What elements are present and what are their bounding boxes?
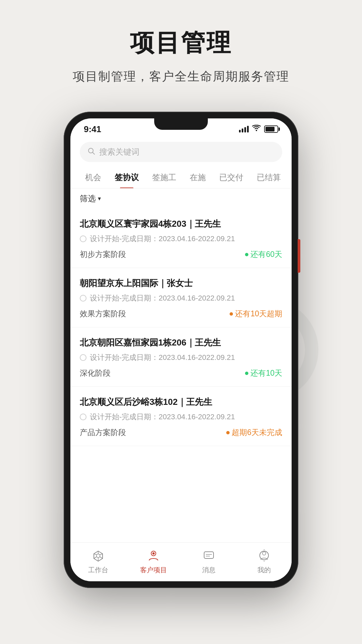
- nav-workbench[interactable]: 工作台: [70, 548, 126, 575]
- search-bar[interactable]: 搜索关键词: [80, 142, 282, 162]
- countdown-dot-2: [230, 312, 233, 316]
- project-status-row-4: 产品方案阶段 超期6天未完成: [80, 427, 282, 438]
- project-countdown-2: 还有10天超期: [230, 309, 282, 319]
- project-countdown-4: 超期6天未完成: [226, 427, 282, 438]
- svg-line-2: [93, 153, 95, 155]
- project-date-4: 设计开始-完成日期：2023.04.16-2022.09.21: [90, 412, 235, 422]
- filter-row[interactable]: 筛选 ▾: [70, 189, 292, 209]
- phone-mockup: 9:41: [64, 112, 298, 588]
- project-stage-3: 深化阶段: [80, 368, 111, 378]
- date-circle-icon-2: [80, 295, 86, 302]
- project-title-3: 北京朝阳区嘉恒家园1栋206｜王先生: [80, 337, 282, 348]
- status-bar: 9:41: [70, 118, 292, 137]
- workbench-icon: [91, 548, 106, 563]
- countdown-dot-3: [245, 372, 248, 375]
- svg-point-15: [262, 552, 266, 555]
- project-date-row-1: 设计开始-完成日期：2023.04.16-2022.09.21: [80, 234, 282, 244]
- nav-mine-label: 我的: [257, 566, 271, 575]
- signal-bar-4: [247, 126, 249, 132]
- project-title-1: 北京顺义区寰宇家园4栋203｜王先生: [80, 218, 282, 230]
- message-icon: [201, 548, 216, 563]
- page-subtitle: 项目制管理，客户全生命周期服务管理: [73, 68, 289, 85]
- filter-arrow-icon: ▾: [98, 195, 101, 202]
- nav-message[interactable]: 消息: [181, 548, 236, 575]
- signal-icon: [239, 126, 249, 132]
- project-card-3[interactable]: 北京朝阳区嘉恒家园1栋206｜王先生 设计开始-完成日期：2023.04.16-…: [70, 327, 292, 387]
- battery-icon: [264, 125, 278, 133]
- filter-label: 筛选: [80, 193, 96, 204]
- countdown-dot-1: [245, 253, 248, 256]
- tab-in-progress[interactable]: 在施: [183, 167, 213, 188]
- project-list: 北京顺义区寰宇家园4栋203｜王先生 设计开始-完成日期：2023.04.16-…: [70, 209, 292, 542]
- project-countdown-3: 还有10天: [245, 368, 282, 378]
- tabs-bar: 机会 签协议 签施工 在施 已交付 已结算: [70, 167, 292, 189]
- project-card-4[interactable]: 北京顺义区后沙峪3栋102｜王先生 设计开始-完成日期：2023.04.16-2…: [70, 387, 292, 446]
- svg-line-6: [100, 557, 103, 558]
- status-time: 9:41: [84, 124, 101, 135]
- project-status-row-3: 深化阶段 还有10天: [80, 368, 282, 378]
- svg-point-0: [256, 130, 257, 131]
- date-circle-icon-1: [80, 235, 86, 242]
- tab-opportunity[interactable]: 机会: [78, 167, 108, 188]
- date-circle-icon-4: [80, 414, 86, 420]
- page-header: 项目管理 项目制管理，客户全生命周期服务管理: [73, 27, 289, 85]
- project-card-2[interactable]: 朝阳望京东上阳国际｜张女士 设计开始-完成日期：2023.04.16-2022.…: [70, 268, 292, 327]
- project-stage-2: 效果方案阶段: [80, 309, 126, 319]
- project-countdown-1: 还有60天: [245, 249, 282, 260]
- project-title-4: 北京顺义区后沙峪3栋102｜王先生: [80, 396, 282, 408]
- project-date-1: 设计开始-完成日期：2023.04.16-2022.09.21: [90, 234, 235, 244]
- mine-icon: [257, 548, 272, 563]
- project-stage-4: 产品方案阶段: [80, 427, 126, 438]
- project-date-row-2: 设计开始-完成日期：2023.04.16-2022.09.21: [80, 293, 282, 303]
- status-icons: [239, 125, 278, 133]
- svg-line-7: [100, 554, 103, 555]
- battery-fill: [265, 127, 275, 131]
- signal-bar-3: [244, 127, 246, 132]
- svg-point-14: [260, 551, 268, 560]
- project-stage-1: 初步方案阶段: [80, 249, 126, 260]
- nav-mine[interactable]: 我的: [236, 548, 292, 575]
- countdown-dot-4: [226, 431, 230, 434]
- signal-bar-2: [242, 128, 243, 132]
- tab-sign-agreement[interactable]: 签协议: [108, 167, 145, 188]
- svg-rect-11: [204, 552, 214, 558]
- nav-client-project-label: 客户项目: [140, 566, 167, 575]
- phone-frame: 9:41: [64, 112, 298, 588]
- phone-screen: 9:41: [70, 118, 292, 581]
- nav-workbench-label: 工作台: [88, 566, 108, 575]
- bottom-nav: 工作台 客户项目: [70, 542, 292, 581]
- tab-settled[interactable]: 已结算: [250, 167, 288, 188]
- nav-client-project[interactable]: 客户项目: [126, 548, 181, 575]
- project-status-row-1: 初步方案阶段 还有60天: [80, 249, 282, 260]
- page-title: 项目管理: [73, 27, 289, 59]
- search-placeholder: 搜索关键词: [99, 147, 139, 157]
- search-icon: [87, 147, 95, 157]
- tab-sign-construction[interactable]: 签施工: [145, 167, 183, 188]
- client-project-icon: [146, 548, 161, 563]
- signal-bar-1: [239, 130, 241, 132]
- project-title-2: 朝阳望京东上阳国际｜张女士: [80, 277, 282, 289]
- project-date-row-3: 设计开始-完成日期：2023.04.16-2022.09.21: [80, 353, 282, 363]
- project-date-row-4: 设计开始-完成日期：2023.04.16-2022.09.21: [80, 412, 282, 422]
- project-card-1[interactable]: 北京顺义区寰宇家园4栋203｜王先生 设计开始-完成日期：2023.04.16-…: [70, 209, 292, 268]
- date-circle-icon-3: [80, 354, 86, 361]
- svg-line-5: [94, 554, 97, 555]
- project-date-2: 设计开始-完成日期：2023.04.16-2022.09.21: [90, 293, 235, 303]
- svg-point-10: [153, 552, 155, 554]
- svg-line-8: [94, 557, 97, 558]
- wifi-icon: [252, 125, 261, 133]
- project-status-row-2: 效果方案阶段 还有10天超期: [80, 309, 282, 319]
- tab-delivered[interactable]: 已交付: [213, 167, 250, 188]
- nav-message-label: 消息: [202, 566, 216, 575]
- project-date-3: 设计开始-完成日期：2023.04.16-2022.09.21: [90, 353, 235, 363]
